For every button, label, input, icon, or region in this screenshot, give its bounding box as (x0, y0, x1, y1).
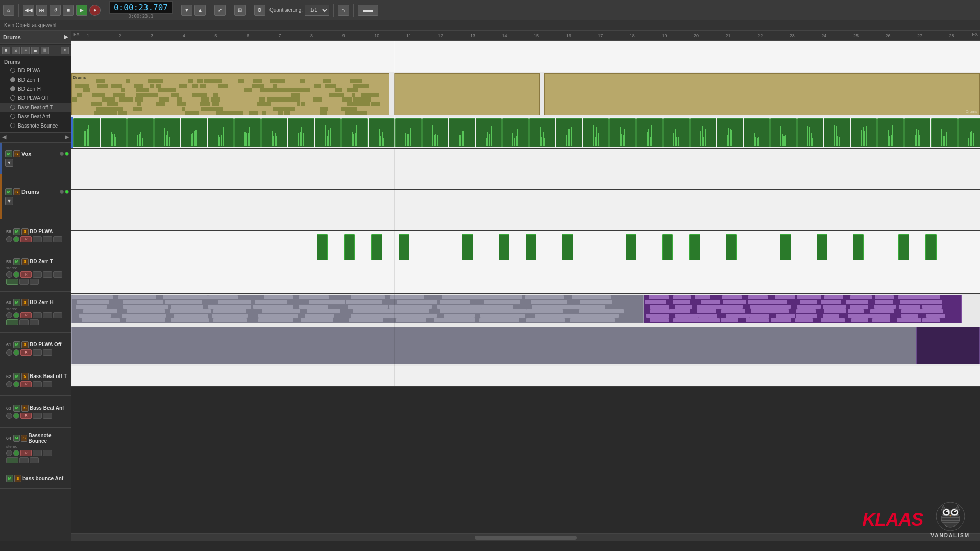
bd-zerr-h-box-1[interactable] (33, 312, 42, 318)
bd-plwa-clip-4[interactable] (181, 118, 207, 147)
drums-clip-2[interactable] (394, 73, 540, 115)
back-btn[interactable]: ⏮ (36, 5, 47, 16)
bd-zerr-t-solo[interactable]: S (21, 258, 29, 265)
bd-plwa-off-box-1[interactable] (33, 349, 42, 356)
quantize-select[interactable]: 1/1 1/2 1/4 1/8 (305, 5, 329, 16)
bd-plwa-off-note-13[interactable] (817, 234, 827, 260)
bd-plwa-clip-16[interactable] (502, 118, 529, 147)
bd-plwa-off-ctl-2[interactable] (13, 349, 19, 356)
scroll-left-icon[interactable]: ◀ (2, 134, 6, 140)
bd-plwa-clip-7[interactable] (261, 118, 288, 147)
bass-bounce-anf-solo[interactable]: S (14, 475, 21, 482)
bd-plwa-clip-22[interactable] (663, 118, 690, 147)
bd-plwa-off-solo[interactable]: S (21, 341, 29, 348)
bd-plwa-box-3[interactable] (53, 236, 62, 242)
bd-plwa-clip-15[interactable] (476, 118, 502, 147)
bd-plwa-clip-19[interactable] (583, 118, 609, 147)
bd-zerr-h-box-2[interactable] (43, 312, 52, 318)
bd-plwa-clip-0[interactable] (74, 118, 100, 147)
bd-plwa-clip-18[interactable] (556, 118, 582, 147)
drums-expand-btn[interactable]: ▼ (5, 197, 13, 205)
inst-bassnote-bounce[interactable]: Bassnote Bounce (0, 121, 71, 130)
loop-btn[interactable]: ↺ (50, 5, 61, 16)
bass-beat-anf-mute[interactable]: M (13, 405, 20, 412)
vox-solo-btn[interactable]: S (13, 150, 20, 157)
bass-beat-anf-solo[interactable]: S (21, 405, 29, 412)
inst-bass-beat-anf[interactable]: Bass Beat Anf (0, 112, 71, 121)
list-btn-5[interactable]: ▥ (41, 47, 49, 54)
bd-plwa-off-note-9[interactable] (662, 234, 673, 260)
play-btn[interactable]: ▶ (76, 5, 87, 16)
bd-plwa-clip-20[interactable] (609, 118, 636, 147)
track-row-bass-beat-off-t[interactable] (71, 262, 980, 294)
settings-icon[interactable]: ⚙ (254, 5, 265, 16)
track-group-header[interactable]: Drums ▶ (0, 31, 71, 44)
list-btn-1[interactable]: ■ (2, 47, 10, 54)
list-btn-2[interactable]: S (12, 47, 20, 54)
bass-beat-off-t-box-1[interactable] (33, 381, 42, 387)
bd-plwa-mute[interactable]: M (13, 228, 20, 235)
bd-plwa-box-1[interactable] (33, 236, 42, 242)
bass-beat-anf-rec[interactable]: R (20, 413, 32, 419)
bass-beat-off-t-ctl-2[interactable] (13, 381, 19, 387)
bass-bounce-anf-mute[interactable]: M (6, 475, 13, 482)
bd-plwa-off-note-0[interactable] (317, 234, 328, 260)
track-row-bass-bounce-anf[interactable] (71, 366, 980, 387)
track-row-drums[interactable]: Drums Drums (71, 72, 980, 117)
bd-plwa-off-ctl-1[interactable] (6, 349, 12, 356)
bd-plwa-clip-5[interactable] (208, 118, 234, 147)
bd-plwa-clip-11[interactable] (369, 118, 395, 147)
bd-plwa-clip-17[interactable] (529, 118, 556, 147)
bd-plwa-off-note-7[interactable] (562, 234, 573, 260)
bd-plwa-off-note-3[interactable] (399, 234, 409, 260)
stop-btn[interactable]: ■ (63, 5, 74, 16)
scroll-right-icon[interactable]: ▶ (65, 134, 69, 140)
bd-zerr-t-rec[interactable]: R (20, 271, 32, 278)
snap-btn[interactable]: ⤢ (214, 5, 226, 16)
inst-bd-zerr-h[interactable]: BD Zerr H (0, 84, 71, 93)
inst-bd-plwa[interactable]: BD PLWA (0, 66, 71, 75)
bd-plwa-clip-1[interactable] (101, 118, 127, 147)
bassnote-bounce-ctl-2[interactable] (13, 450, 19, 456)
bd-plwa-off-note-11[interactable] (726, 234, 737, 260)
bassnote-bounce-rec[interactable]: R (20, 450, 32, 456)
bd-plwa-ctl-2[interactable] (13, 236, 19, 242)
track-row-bd-plwa-off[interactable] (71, 231, 980, 262)
group-expand-icon[interactable]: ▶ (64, 34, 68, 40)
bd-plwa-clip-12[interactable] (395, 118, 422, 147)
bass-beat-off-t-ctl-1[interactable] (6, 381, 12, 387)
bd-plwa-clip-33[interactable] (958, 118, 981, 147)
bd-zerr-h-comp[interactable] (19, 319, 29, 325)
bd-zerr-t-fx[interactable] (30, 279, 39, 285)
bassnote-bounce-box-1[interactable] (33, 450, 42, 456)
bd-plwa-clip-21[interactable] (636, 118, 663, 147)
bassnote-bounce-eq[interactable] (6, 457, 18, 463)
bd-plwa-clip-13[interactable] (422, 118, 449, 147)
track-row-bass-beat-anf[interactable] (71, 294, 980, 325)
scrollbar[interactable] (71, 533, 980, 541)
bd-plwa-off-note-6[interactable] (526, 234, 536, 260)
bassnote-bounce-ctl-1[interactable] (6, 450, 12, 456)
list-close-btn[interactable]: ✕ (61, 47, 69, 54)
bassnote-clip-grey[interactable] (71, 327, 916, 364)
zoom-btn[interactable]: ⤡ (338, 5, 349, 16)
bd-zerr-h-eq[interactable] (6, 319, 18, 325)
bd-plwa-clip-10[interactable] (341, 118, 368, 147)
bd-plwa-off-mute[interactable]: M (13, 341, 20, 348)
record-btn[interactable]: ● (89, 5, 101, 16)
mixer-btn[interactable]: ▬▬ (358, 5, 378, 16)
bass-beat-anf-box-1[interactable] (33, 413, 42, 419)
inst-bass-beat-off[interactable]: Bass Beat off T (0, 103, 71, 112)
bd-plwa-off-note-2[interactable] (371, 234, 382, 260)
bd-plwa-off-note-10[interactable] (689, 234, 700, 260)
bd-zerr-h-mute[interactable]: M (13, 299, 20, 306)
track-row-bd-zerr-t[interactable] (71, 149, 980, 190)
bd-plwa-clip-28[interactable] (824, 118, 850, 147)
bd-plwa-ctl-1[interactable] (6, 236, 12, 242)
bd-zerr-t-ctl-2[interactable] (13, 271, 19, 278)
bd-plwa-off-note-5[interactable] (499, 234, 509, 260)
bd-plwa-off-note-12[interactable] (780, 234, 791, 260)
bassnote-bounce-comp[interactable] (19, 457, 29, 463)
bass-anf-clip-grey[interactable] (71, 295, 644, 323)
track-row-vox[interactable] (71, 41, 980, 72)
